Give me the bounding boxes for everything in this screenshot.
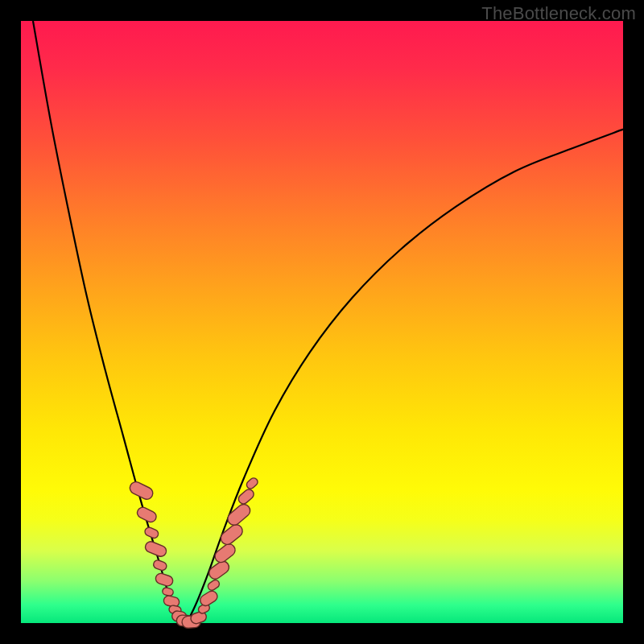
curves-layer: [21, 21, 623, 623]
bead-marker: [135, 506, 158, 524]
bead-marker: [213, 542, 237, 565]
watermark-text: TheBottleneck.com: [481, 3, 636, 24]
bead-marker: [144, 540, 168, 559]
bead-marker: [225, 502, 253, 527]
curve-left-branch: [33, 21, 187, 623]
bead-marker: [152, 559, 167, 571]
bead-marker: [143, 526, 159, 540]
bead-marker: [155, 572, 175, 588]
bead-marker: [128, 480, 155, 502]
curve-right-branch: [187, 130, 623, 623]
bead-marker: [162, 587, 174, 597]
plot-area: [21, 21, 623, 623]
bead-marker: [206, 579, 221, 592]
bead-marker: [218, 522, 245, 547]
bead-marker: [245, 477, 259, 490]
chart-frame: TheBottleneck.com: [0, 0, 644, 644]
